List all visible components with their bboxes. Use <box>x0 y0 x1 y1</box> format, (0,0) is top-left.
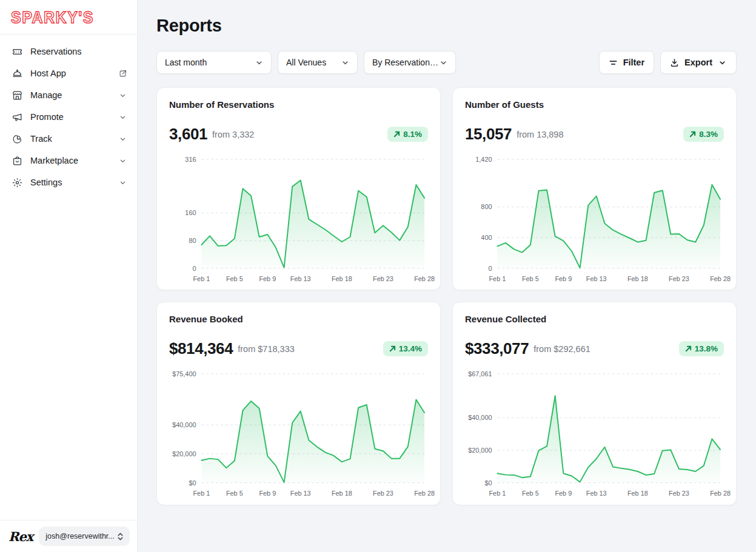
svg-text:316: 316 <box>185 156 196 163</box>
sidebar-item-settings[interactable]: Settings <box>0 171 137 193</box>
svg-text:$40,000: $40,000 <box>468 414 492 422</box>
megaphone-icon <box>11 111 23 123</box>
gear-icon <box>11 176 23 188</box>
svg-text:Feb 9: Feb 9 <box>259 275 276 282</box>
chevron-down-icon <box>255 58 264 67</box>
svg-text:Feb 18: Feb 18 <box>627 490 648 497</box>
svg-text:$0: $0 <box>484 479 492 487</box>
svg-text:Feb 5: Feb 5 <box>226 490 243 497</box>
metric-previous: from 3,332 <box>212 130 254 139</box>
svg-text:Feb 1: Feb 1 <box>193 275 210 282</box>
storefront-icon <box>11 89 23 101</box>
svg-text:Feb 9: Feb 9 <box>555 490 572 497</box>
svg-text:Feb 23: Feb 23 <box>669 490 689 497</box>
metric-value: 15,057 <box>465 125 512 144</box>
svg-text:Feb 1: Feb 1 <box>489 490 506 497</box>
nav-item-label: Settings <box>30 178 62 187</box>
filter-selects: Last month All Venues By Reservation d..… <box>156 51 462 74</box>
sidebar-item-promote[interactable]: Promote <box>0 106 137 128</box>
metric-value: $333,077 <box>465 339 529 358</box>
change-value: 13.4% <box>399 344 422 353</box>
metric-card: Number of Reservations 3,601 from 3,332 … <box>156 87 441 290</box>
svg-text:0: 0 <box>488 265 492 272</box>
filter-select[interactable]: Last month <box>156 51 272 74</box>
filter-button-label: Filter <box>623 58 644 67</box>
svg-text:Feb 5: Feb 5 <box>522 275 539 282</box>
svg-text:Feb 13: Feb 13 <box>586 490 607 497</box>
svg-text:$0: $0 <box>189 479 196 487</box>
nav-item-label: Reservations <box>30 47 82 56</box>
chevron-down-icon <box>341 58 350 67</box>
filter-select-value: All Venues <box>286 58 326 67</box>
export-button[interactable]: Export <box>660 51 737 74</box>
card-title: Revenue Collected <box>465 314 724 324</box>
change-badge: 13.4% <box>383 341 428 356</box>
nav-item-label: Track <box>30 134 52 144</box>
change-value: 13.8% <box>695 344 718 353</box>
card-title: Number of Reservations <box>169 99 428 110</box>
metric-row: $333,077 from $292,661 13.8% <box>465 339 724 358</box>
svg-text:400: 400 <box>481 234 492 241</box>
svg-text:Feb 5: Feb 5 <box>226 275 243 282</box>
nav-item-label: Promote <box>30 112 64 122</box>
sidebar-item-reservations[interactable]: Reservations <box>0 41 137 62</box>
svg-text:800: 800 <box>481 203 492 210</box>
svg-text:80: 80 <box>189 237 196 244</box>
filter-select-value: Last month <box>165 58 207 67</box>
ticket-icon <box>11 45 23 58</box>
trend-up-icon <box>389 345 396 352</box>
download-icon <box>670 58 679 67</box>
svg-text:Feb 1: Feb 1 <box>489 275 506 282</box>
sidebar-item-track[interactable]: Track <box>0 128 137 150</box>
svg-text:Feb 18: Feb 18 <box>627 275 648 282</box>
svg-text:Feb 28: Feb 28 <box>710 490 731 497</box>
metric-cards-grid: Number of Reservations 3,601 from 3,332 … <box>156 87 737 505</box>
export-button-label: Export <box>684 58 712 67</box>
svg-text:Feb 13: Feb 13 <box>290 275 311 282</box>
sidebar-item-host-app[interactable]: Host App <box>0 62 137 84</box>
trend-up-icon <box>685 345 692 352</box>
line-chart: 080160316Feb 1Feb 5Feb 9Feb 13Feb 18Feb … <box>169 153 428 284</box>
filter-button[interactable]: Filter <box>599 51 654 74</box>
chevron-down-icon <box>718 58 727 67</box>
chevron-down-icon <box>118 156 127 165</box>
external-link-icon <box>118 69 127 78</box>
account-select[interactable]: josh@reservewithr... <box>39 527 130 546</box>
line-chart: $0$20,000$40,000$75,400Feb 1Feb 5Feb 9Fe… <box>169 368 428 498</box>
svg-text:Feb 28: Feb 28 <box>414 490 435 497</box>
metric-value: $814,364 <box>169 339 233 358</box>
sidebar-item-manage[interactable]: Manage <box>0 84 137 106</box>
line-chart: 04008001,420Feb 1Feb 5Feb 9Feb 13Feb 18F… <box>465 153 724 284</box>
nav-item-label: Host App <box>30 68 66 78</box>
app-window: SPARKY'S Reservations Host App Manage Pr… <box>0 0 756 552</box>
svg-text:Feb 23: Feb 23 <box>373 275 393 282</box>
metric-previous: from 13,898 <box>517 130 563 139</box>
account-email: josh@reservewithr... <box>45 532 116 540</box>
area-chart-svg: 04008001,420Feb 1Feb 5Feb 9Feb 13Feb 18F… <box>465 153 724 284</box>
metric-row: 15,057 from 13,898 8.3% <box>465 125 724 144</box>
metric-previous: from $292,661 <box>534 344 590 354</box>
svg-text:Feb 1: Feb 1 <box>193 490 210 497</box>
svg-text:Feb 9: Feb 9 <box>555 275 572 282</box>
svg-text:Feb 18: Feb 18 <box>332 275 352 282</box>
svg-text:160: 160 <box>185 209 196 216</box>
sparkys-logo: SPARKY'S <box>11 7 94 26</box>
trend-up-icon <box>689 131 696 138</box>
svg-text:Feb 28: Feb 28 <box>710 275 731 282</box>
main-content: Reports Last month All Venues By Reserva… <box>138 0 756 552</box>
chevron-down-icon <box>439 58 448 67</box>
svg-text:Feb 18: Feb 18 <box>332 490 352 497</box>
svg-text:Feb 9: Feb 9 <box>259 490 276 497</box>
svg-text:Feb 13: Feb 13 <box>290 490 311 497</box>
sidebar: SPARKY'S Reservations Host App Manage Pr… <box>0 0 138 552</box>
svg-text:$67,061: $67,061 <box>468 370 492 377</box>
updown-chevron-icon <box>116 532 124 541</box>
toolbar: Last month All Venues By Reservation d..… <box>156 51 737 74</box>
chevron-down-icon <box>118 91 127 100</box>
sidebar-item-marketplace[interactable]: Marketplace <box>0 150 137 171</box>
filter-select[interactable]: By Reservation d... <box>364 51 456 74</box>
metric-card: Revenue Collected $333,077 from $292,661… <box>452 302 737 505</box>
svg-text:$20,000: $20,000 <box>468 447 492 454</box>
metric-row: 3,601 from 3,332 8.1% <box>169 125 428 144</box>
filter-select[interactable]: All Venues <box>278 51 358 74</box>
